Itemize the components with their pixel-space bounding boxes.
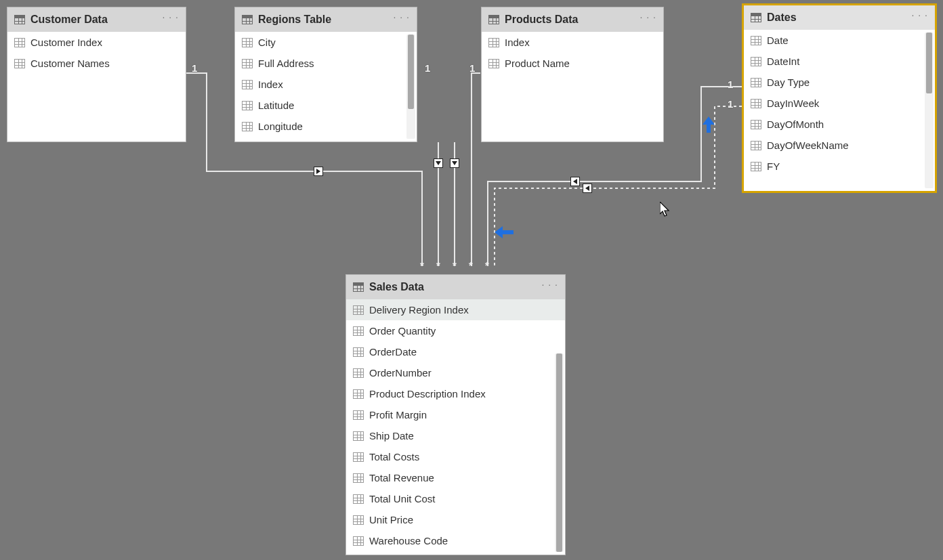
table-icon: [488, 15, 499, 24]
field-label: Delivery Region Index: [369, 304, 469, 316]
field-row[interactable]: Day Type: [744, 72, 935, 93]
field-row[interactable]: Date: [744, 30, 935, 51]
field-row[interactable]: Full Address: [235, 53, 417, 74]
field-label: Ship Date: [369, 430, 414, 441]
table-regions[interactable]: Regions Table · · · City Full Address In…: [234, 7, 417, 142]
svg-marker-2: [452, 161, 457, 165]
field-icon: [242, 101, 253, 110]
field-row[interactable]: Index: [235, 74, 417, 95]
table-header[interactable]: Customer Data · · ·: [7, 7, 186, 32]
table-header[interactable]: Regions Table · · ·: [235, 7, 417, 32]
field-row[interactable]: Delivery Region Index: [346, 299, 565, 320]
field-row[interactable]: Latitude: [235, 95, 417, 116]
field-icon: [353, 305, 364, 315]
field-row[interactable]: DayOfWeekName: [744, 135, 935, 156]
table-title: Dates: [767, 12, 797, 24]
table-header[interactable]: Sales Data · · ·: [346, 275, 565, 299]
field-label: Customer Index: [30, 37, 102, 48]
field-icon: [242, 59, 253, 68]
field-icon: [353, 536, 364, 546]
svg-marker-3: [573, 179, 577, 184]
field-row[interactable]: DayOfMonth: [744, 114, 935, 135]
table-customer-data[interactable]: Customer Data · · · Customer Index Custo…: [7, 7, 186, 142]
field-label: DateInt: [767, 56, 799, 67]
cardinality-many: *: [453, 259, 457, 271]
cardinality-many: *: [436, 259, 440, 271]
field-icon: [353, 326, 364, 336]
field-row[interactable]: OrderNumber: [346, 362, 565, 383]
field-icon: [353, 515, 364, 525]
table-products[interactable]: Products Data · · · Index Product Name: [481, 7, 664, 142]
table-sales[interactable]: Sales Data · · · Delivery Region Index O…: [345, 274, 566, 555]
field-icon: [353, 473, 364, 483]
scrollbar-thumb[interactable]: [926, 33, 932, 93]
svg-marker-0: [316, 169, 320, 174]
scrollbar[interactable]: [925, 33, 934, 188]
field-icon: [488, 59, 499, 68]
field-label: Order Quantity: [369, 325, 436, 337]
filter-direction-icon: [314, 167, 323, 176]
svg-marker-7: [660, 202, 669, 216]
field-icon: [751, 57, 761, 66]
field-icon: [353, 347, 364, 357]
table-menu-button[interactable]: · · ·: [542, 279, 558, 290]
cursor-icon: [660, 202, 672, 218]
field-icon: [353, 494, 364, 504]
field-label: DayInWeek: [767, 98, 819, 109]
svg-marker-1: [436, 161, 441, 165]
field-row[interactable]: Ship Date: [346, 425, 565, 446]
table-menu-button[interactable]: · · ·: [912, 9, 928, 20]
field-row[interactable]: Total Costs: [346, 446, 565, 467]
field-label: Unit Price: [369, 514, 413, 525]
table-header[interactable]: Products Data · · ·: [482, 7, 663, 32]
field-row[interactable]: Total Revenue: [346, 467, 565, 488]
field-row[interactable]: Product Name: [482, 53, 663, 74]
annotation-arrow-up-icon: [703, 116, 715, 135]
annotation-arrow-left-icon: [495, 226, 514, 241]
scrollbar-thumb[interactable]: [408, 35, 414, 109]
cardinality-many: *: [420, 259, 424, 271]
field-row[interactable]: Customer Names: [7, 53, 186, 74]
field-row[interactable]: Order Quantity: [346, 320, 565, 341]
field-label: Index: [258, 79, 283, 90]
field-row[interactable]: Product Description Index: [346, 383, 565, 404]
field-row[interactable]: Profit Margin: [346, 404, 565, 425]
cardinality-many: *: [469, 259, 473, 271]
field-row[interactable]: Unit Price: [346, 509, 565, 530]
table-menu-button[interactable]: · · ·: [394, 12, 410, 22]
field-list: Index Product Name: [482, 32, 663, 142]
field-icon: [751, 120, 761, 129]
field-row[interactable]: OrderDate: [346, 341, 565, 362]
scrollbar-thumb[interactable]: [556, 353, 562, 552]
field-icon: [242, 122, 253, 131]
field-label: City: [258, 37, 276, 48]
field-icon: [353, 389, 364, 399]
field-label: Date: [767, 35, 789, 46]
field-icon: [353, 431, 364, 441]
field-row[interactable]: Warehouse Code: [346, 530, 565, 551]
field-row[interactable]: Index: [482, 32, 663, 53]
field-icon: [488, 38, 499, 47]
table-menu-button[interactable]: · · ·: [640, 12, 656, 22]
field-row[interactable]: DayInWeek: [744, 93, 935, 114]
field-row[interactable]: Longitude: [235, 116, 417, 137]
field-row[interactable]: Total Unit Cost: [346, 488, 565, 509]
table-header[interactable]: Dates · · ·: [744, 5, 935, 30]
field-row[interactable]: DateInt: [744, 51, 935, 72]
field-row[interactable]: FY: [744, 156, 935, 177]
table-title: Customer Data: [30, 14, 108, 26]
field-label: Longitude: [258, 121, 303, 132]
table-title: Products Data: [505, 14, 578, 26]
cardinality-many: *: [485, 259, 489, 271]
table-menu-button[interactable]: · · ·: [163, 12, 179, 22]
field-label: Profit Margin: [369, 409, 427, 421]
svg-marker-6: [495, 226, 514, 238]
table-dates[interactable]: Dates · · · Date DateInt Day Type DayInW…: [742, 3, 937, 193]
scrollbar[interactable]: [555, 353, 564, 552]
field-icon: [751, 99, 761, 108]
filter-direction-icon: [570, 177, 580, 186]
field-row[interactable]: City: [235, 32, 417, 53]
field-label: DayOfWeekName: [767, 139, 849, 151]
scrollbar[interactable]: [406, 35, 415, 139]
field-row[interactable]: Customer Index: [7, 32, 186, 53]
